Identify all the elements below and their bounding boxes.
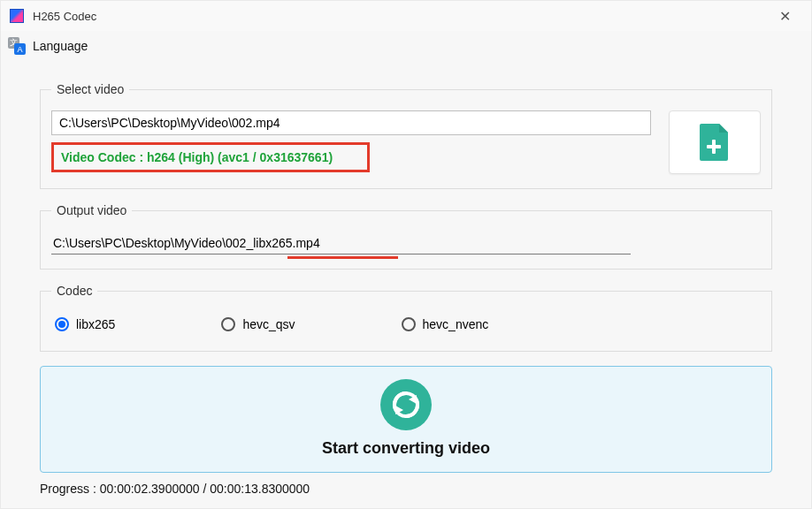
refresh-circle-icon: [380, 379, 432, 430]
titlebar: H265 Codec ✕: [1, 1, 811, 31]
radio-icon: [221, 317, 235, 331]
annotation-underline: [287, 256, 398, 259]
menubar: 文 A Language: [1, 31, 811, 61]
progress-text: Progress : 00:00:02.3900000 / 00:00:13.8…: [40, 482, 772, 496]
video-codec-info: Video Codec : h264 (High) (avc1 / 0x3163…: [61, 150, 360, 164]
codec-group: Codec libx265 hevc_qsv hevc_nvenc: [40, 284, 772, 352]
codec-option-hevc-qsv[interactable]: hevc_qsv: [221, 317, 295, 331]
svg-rect-1: [707, 145, 721, 148]
codec-option-label: libx265: [76, 317, 115, 331]
add-video-button[interactable]: [669, 110, 761, 174]
output-video-group: Output video: [40, 203, 772, 270]
window-title: H265 Codec: [33, 10, 767, 23]
codec-option-libx265[interactable]: libx265: [55, 317, 115, 331]
codec-option-label: hevc_nvenc: [423, 317, 489, 331]
codec-legend: Codec: [51, 284, 97, 298]
start-convert-button[interactable]: Start converting video: [40, 366, 772, 473]
codec-option-hevc-nvenc[interactable]: hevc_nvenc: [402, 317, 489, 331]
radio-icon: [55, 317, 69, 331]
app-icon: [10, 9, 24, 23]
content-area: Select video Video Codec : h264 (High) (…: [1, 61, 811, 496]
output-video-path-input[interactable]: [51, 232, 631, 254]
select-video-path-input[interactable]: [51, 110, 651, 135]
select-video-legend: Select video: [51, 82, 129, 96]
app-window: H265 Codec ✕ 文 A Language Select video V…: [0, 0, 812, 509]
file-plus-icon: [698, 122, 732, 163]
translate-icon: 文 A: [8, 37, 26, 55]
close-button[interactable]: ✕: [767, 8, 802, 25]
start-convert-label: Start converting video: [322, 439, 490, 458]
select-video-group: Select video Video Codec : h264 (High) (…: [40, 82, 772, 189]
output-video-legend: Output video: [51, 203, 132, 217]
codec-info-highlight-box: Video Codec : h264 (High) (avc1 / 0x3163…: [51, 142, 370, 172]
radio-icon: [402, 317, 416, 331]
language-menu[interactable]: Language: [33, 39, 88, 53]
codec-option-label: hevc_qsv: [242, 317, 295, 331]
